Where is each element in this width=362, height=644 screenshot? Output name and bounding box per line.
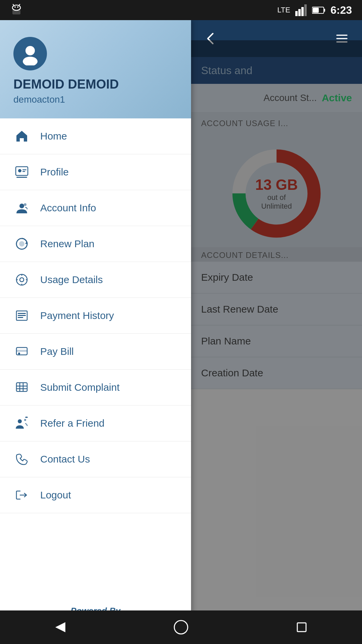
svg-rect-37 xyxy=(16,383,27,391)
home-icon xyxy=(13,128,30,145)
sidebar-item-label: Refer a Friend xyxy=(40,418,105,429)
svg-rect-11 xyxy=(324,9,325,12)
sidebar-item-label: Renew Plan xyxy=(40,238,95,250)
svg-marker-53 xyxy=(55,622,65,632)
drawer-accountname: demoacton1 xyxy=(13,94,65,105)
sidebar-item-profile[interactable]: Profile xyxy=(0,154,191,190)
sidebar-item-pay-bill[interactable]: Pay Bill xyxy=(0,334,191,370)
sidebar-item-payment-history[interactable]: Payment History xyxy=(0,298,191,334)
sidebar-item-contact-us[interactable]: Contact Us xyxy=(0,441,191,477)
android-recent-button[interactable] xyxy=(288,614,315,641)
svg-point-1 xyxy=(14,6,16,8)
svg-line-3 xyxy=(13,4,14,6)
contact-us-icon xyxy=(13,451,30,468)
battery-icon xyxy=(312,6,325,14)
sidebar-item-label: Logout xyxy=(40,489,71,501)
svg-rect-55 xyxy=(297,623,306,632)
svg-point-54 xyxy=(174,621,188,634)
svg-rect-19 xyxy=(16,177,27,178)
svg-point-2 xyxy=(17,6,18,8)
svg-rect-7 xyxy=(298,9,301,16)
sidebar-item-label: Contact Us xyxy=(40,453,90,465)
svg-point-21 xyxy=(24,203,26,206)
logout-icon xyxy=(13,487,30,503)
svg-rect-8 xyxy=(301,7,304,16)
svg-rect-35 xyxy=(16,350,27,352)
sidebar-item-label: Pay Bill xyxy=(40,346,74,357)
profile-icon xyxy=(13,164,30,180)
svg-rect-32 xyxy=(18,315,26,316)
svg-rect-9 xyxy=(304,4,307,16)
svg-line-4 xyxy=(19,4,20,6)
status-bar: LTE 6:23 xyxy=(0,0,362,20)
drawer-menu: Home Profile xyxy=(0,118,191,591)
sidebar-item-logout[interactable]: Logout xyxy=(0,477,191,513)
refer-friend-icon xyxy=(13,415,30,432)
status-bar-right: LTE 6:23 xyxy=(277,4,352,16)
renew-plan-icon xyxy=(13,235,30,252)
drawer-header: DEMOID DEMOID demoacton1 xyxy=(0,20,191,118)
signal-icon xyxy=(295,4,307,16)
submit-complaint-icon xyxy=(13,379,30,396)
drawer: DEMOID DEMOID demoacton1 Home xyxy=(0,20,191,644)
sidebar-item-usage-details[interactable]: Usage Details xyxy=(0,262,191,298)
svg-rect-33 xyxy=(18,317,23,318)
lte-icon: LTE xyxy=(277,6,290,14)
sidebar-item-label: Account Info xyxy=(40,202,96,214)
android-back-button[interactable] xyxy=(47,614,74,641)
avatar xyxy=(13,37,47,70)
sidebar-item-home[interactable]: Home xyxy=(0,118,191,154)
drawer-overlay[interactable] xyxy=(191,40,362,631)
android-icon xyxy=(10,4,23,16)
svg-rect-6 xyxy=(295,11,298,16)
status-time: 6:23 xyxy=(330,4,352,16)
drawer-username: DEMOID DEMOID xyxy=(13,77,119,92)
svg-point-13 xyxy=(25,46,35,55)
svg-point-23 xyxy=(19,241,24,247)
account-info-icon xyxy=(13,200,30,216)
svg-point-20 xyxy=(19,204,24,208)
svg-point-14 xyxy=(23,57,38,65)
svg-rect-15 xyxy=(16,167,28,175)
svg-point-16 xyxy=(18,169,21,172)
status-bar-left xyxy=(10,4,23,16)
android-nav xyxy=(0,610,362,644)
sidebar-item-account-info[interactable]: Account Info xyxy=(0,190,191,226)
svg-rect-17 xyxy=(22,169,26,170)
svg-rect-12 xyxy=(313,8,319,13)
svg-point-24 xyxy=(16,274,27,285)
sidebar-item-label: Home xyxy=(40,130,67,142)
main-container: DEMOID DEMOID demoacton1 Home xyxy=(0,20,362,644)
svg-point-25 xyxy=(20,278,24,282)
android-home-button[interactable] xyxy=(168,614,194,641)
svg-point-0 xyxy=(12,5,20,10)
sidebar-item-label: Profile xyxy=(40,166,69,178)
sidebar-item-label: Usage Details xyxy=(40,274,103,285)
svg-rect-5 xyxy=(12,10,20,14)
sidebar-item-submit-complaint[interactable]: Submit Complaint xyxy=(0,370,191,406)
pay-bill-icon xyxy=(13,343,30,360)
svg-rect-31 xyxy=(18,313,26,314)
svg-point-43 xyxy=(24,419,26,421)
svg-point-42 xyxy=(18,419,22,423)
sidebar-item-refer-friend[interactable]: Refer a Friend xyxy=(0,406,191,441)
svg-rect-18 xyxy=(22,171,25,172)
sidebar-item-label: Payment History xyxy=(40,310,114,321)
sidebar-item-renew-plan[interactable]: Renew Plan xyxy=(0,226,191,262)
svg-point-36 xyxy=(18,353,20,355)
usage-details-icon xyxy=(13,271,30,288)
payment-history-icon xyxy=(13,307,30,324)
sidebar-item-label: Submit Complaint xyxy=(40,382,120,393)
